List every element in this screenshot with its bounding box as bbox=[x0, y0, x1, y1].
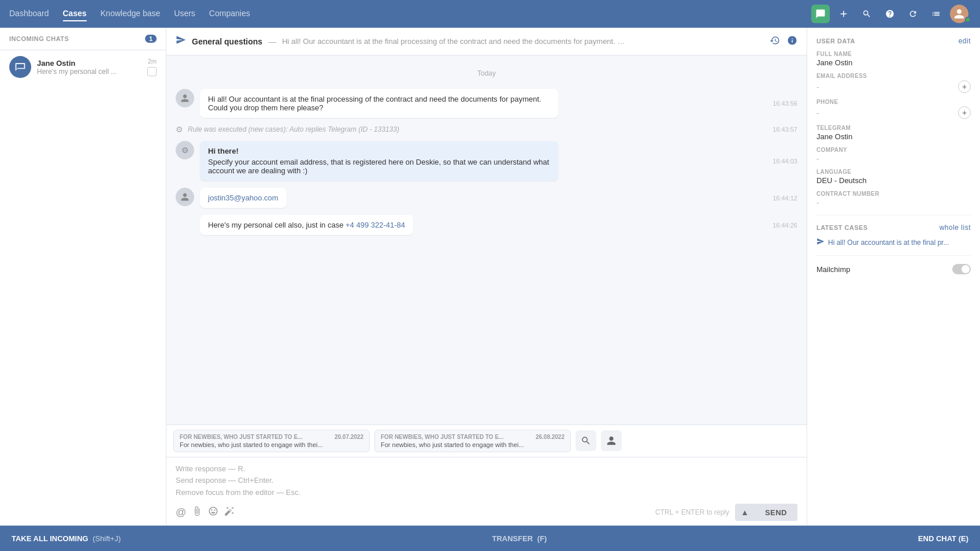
send-button-group: ▲ SEND bbox=[735, 504, 797, 521]
sidebar-title: INCOMING CHATS bbox=[9, 35, 69, 42]
info-icon-btn[interactable] bbox=[787, 35, 797, 48]
whole-list-link[interactable]: whole list bbox=[940, 224, 971, 232]
transfer-label: TRANSFER bbox=[492, 534, 533, 543]
chat-checkbox[interactable] bbox=[147, 67, 157, 76]
bottom-bar: TAKE ALL INCOMING (Shift+J) TRANSFER (F)… bbox=[0, 526, 980, 551]
message-bubble-5: Here's my personal cell also, just in ca… bbox=[200, 215, 413, 235]
incoming-badge: 1 bbox=[145, 35, 157, 43]
ctrl-hint: CTRL + ENTER to reply bbox=[655, 508, 729, 516]
chat-info: Jane Ostin Here's my personal cell ... bbox=[37, 59, 142, 76]
send-button[interactable]: SEND bbox=[755, 504, 797, 521]
mailchimp-toggle[interactable] bbox=[952, 264, 971, 274]
help-icon-btn[interactable] bbox=[881, 5, 899, 23]
message-row-1: Hi all! Our accountant is at the final p… bbox=[176, 89, 797, 118]
attach-btn[interactable] bbox=[192, 506, 202, 519]
transfer-btn[interactable]: TRANSFER (F) bbox=[492, 534, 547, 543]
nav-links: Dashboard Cases Knowledge base Users Com… bbox=[9, 6, 811, 21]
templates-bar: FOR NEWBIES, WHO JUST STARTED TO E... 20… bbox=[166, 425, 807, 457]
template-date-1: 20.07.2022 bbox=[335, 434, 363, 440]
toggle-knob bbox=[962, 265, 970, 273]
template-header-2: FOR NEWBIES, WHO JUST STARTED TO E... 26… bbox=[381, 434, 565, 440]
user-avatar-1 bbox=[176, 89, 194, 107]
gear-icon-2: ⚙ bbox=[181, 146, 189, 155]
transfer-shortcut: (F) bbox=[537, 534, 547, 543]
template-card-2[interactable]: FOR NEWBIES, WHO JUST STARTED TO E... 26… bbox=[374, 430, 571, 452]
grid-icon-btn[interactable] bbox=[927, 5, 945, 23]
template-body-1: For newbies, who just started to engage … bbox=[180, 441, 363, 448]
message-time-5: 16:44:26 bbox=[773, 222, 797, 229]
case-item-1: Hi all! Our accountant is at the final p… bbox=[816, 237, 971, 247]
end-chat-btn[interactable]: END CHAT (E) bbox=[918, 534, 968, 543]
template-card-1[interactable]: FOR NEWBIES, WHO JUST STARTED TO E... 20… bbox=[173, 430, 370, 452]
message-bubble-1: Hi all! Our accountant is at the final p… bbox=[200, 89, 558, 118]
nav-knowledge-base[interactable]: Knowledge base bbox=[101, 6, 161, 21]
edit-link[interactable]: edit bbox=[959, 37, 971, 45]
history-icon-btn[interactable] bbox=[770, 35, 780, 48]
phone-value: - bbox=[816, 109, 819, 117]
separator: — bbox=[268, 37, 276, 46]
chat-name: Jane Ostin bbox=[37, 59, 142, 68]
emoji-btn[interactable] bbox=[208, 506, 218, 519]
panel-divider-2 bbox=[816, 255, 971, 256]
compose-toolbar: @ CTRL + ENTER to reply ▲ SEND bbox=[176, 504, 797, 521]
nav-icons bbox=[811, 5, 971, 23]
email-row: - + bbox=[816, 80, 971, 93]
compose-hint-2: Send response — Ctrl+Enter. bbox=[176, 475, 797, 487]
bot-title: Hi there! bbox=[208, 147, 550, 155]
user-avatar-group[interactable] bbox=[950, 5, 971, 23]
language-value: DEU - Deutsch bbox=[816, 176, 971, 185]
chat-header: General questions — Hi all! Our accounta… bbox=[166, 28, 807, 55]
search-icon-btn[interactable] bbox=[858, 5, 876, 23]
compose-input[interactable]: Write response — R. Send response — Ctrl… bbox=[176, 463, 797, 499]
magic-btn[interactable] bbox=[224, 506, 235, 519]
gear-icon-1: ⚙ bbox=[176, 125, 183, 134]
mention-btn[interactable]: @ bbox=[176, 507, 186, 519]
chat-preview: Here's my personal cell ... bbox=[37, 68, 142, 76]
message-text-3: Specify your account email address, that… bbox=[208, 158, 549, 175]
template-title-2: FOR NEWBIES, WHO JUST STARTED TO E... bbox=[381, 434, 503, 440]
nav-cases[interactable]: Cases bbox=[63, 6, 87, 21]
compose-area: Write response — R. Send response — Ctrl… bbox=[166, 457, 807, 526]
company-label: COMPANY bbox=[816, 147, 971, 153]
panel-divider-1 bbox=[816, 215, 971, 215]
add-icon-btn[interactable] bbox=[834, 5, 853, 23]
nav-users[interactable]: Users bbox=[174, 6, 195, 21]
compose-hint-1: Write response — R. bbox=[176, 463, 797, 475]
sidebar: INCOMING CHATS 1 Jane Ostin Here's my pe… bbox=[0, 28, 166, 526]
message-row-2: ⚙ Rule was executed (new cases): Auto re… bbox=[176, 125, 797, 134]
case-icon-1 bbox=[816, 237, 825, 247]
phone-label: PHONE bbox=[816, 99, 971, 105]
nav-companies[interactable]: Companies bbox=[209, 6, 250, 21]
email-link[interactable]: jostin35@yahoo.com bbox=[208, 193, 279, 202]
chat-meta: 2m bbox=[147, 58, 157, 76]
sidebar-header: INCOMING CHATS 1 bbox=[0, 28, 166, 50]
contract-label: CONTRACT NUMBER bbox=[816, 191, 971, 197]
take-all-label: TAKE ALL INCOMING bbox=[12, 534, 88, 543]
take-all-btn[interactable]: TAKE ALL INCOMING (Shift+J) bbox=[12, 534, 121, 543]
add-email-btn[interactable]: + bbox=[958, 80, 971, 93]
chat-item[interactable]: Jane Ostin Here's my personal cell ... 2… bbox=[0, 50, 166, 84]
message-text-1: Hi all! Our accountant is at the final p… bbox=[208, 95, 541, 112]
take-all-shortcut: (Shift+J) bbox=[92, 534, 121, 543]
nav-dashboard[interactable]: Dashboard bbox=[9, 6, 49, 21]
message-time-1: 16:43:56 bbox=[773, 100, 797, 107]
template-date-2: 26.08.2022 bbox=[536, 434, 565, 440]
phone-link[interactable]: +4 499 322-41-84 bbox=[346, 221, 405, 229]
top-nav: Dashboard Cases Knowledge base Users Com… bbox=[0, 0, 980, 28]
send-options-btn[interactable]: ▲ bbox=[735, 504, 755, 521]
template-search-btn[interactable] bbox=[576, 430, 596, 451]
full-name-label: FULL NAME bbox=[816, 51, 971, 57]
contract-value: - bbox=[816, 198, 971, 207]
refresh-icon-btn[interactable] bbox=[904, 5, 922, 23]
email-label: EMAIL ADDRESS bbox=[816, 73, 971, 79]
add-phone-btn[interactable]: + bbox=[958, 106, 971, 119]
user-data-section-title: USER DATA edit bbox=[816, 37, 971, 45]
case-text-1[interactable]: Hi all! Our accountant is at the final p… bbox=[828, 239, 949, 247]
chat-time: 2m bbox=[148, 58, 157, 65]
message-text-5: Here's my personal cell also, just in ca… bbox=[208, 221, 346, 229]
telegram-value: Jane Ostin bbox=[816, 132, 971, 141]
chat-icon-btn[interactable] bbox=[811, 5, 830, 23]
template-user-btn[interactable] bbox=[601, 430, 622, 451]
status-indicator bbox=[965, 17, 971, 23]
template-title-1: FOR NEWBIES, WHO JUST STARTED TO E... bbox=[180, 434, 302, 440]
